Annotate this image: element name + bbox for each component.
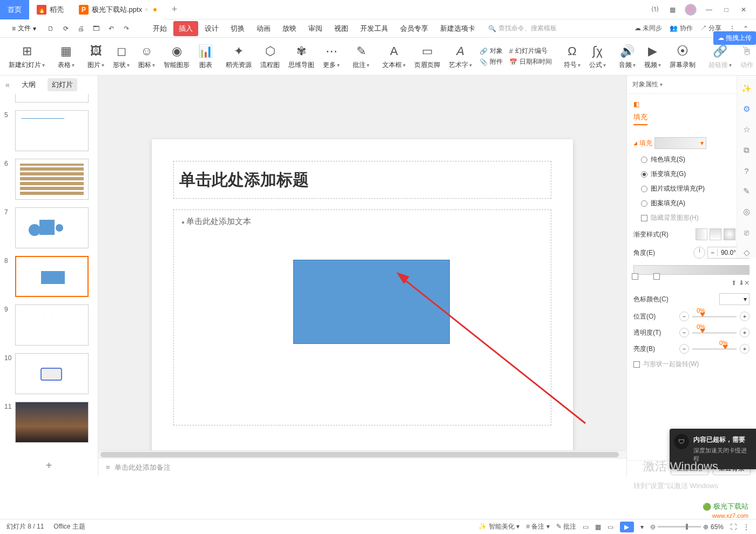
- rb-shape[interactable]: ◻形状: [109, 39, 134, 75]
- slide-thumb-10[interactable]: [15, 353, 89, 394]
- tab-home[interactable]: 首页: [0, 0, 29, 19]
- tab-custom[interactable]: 新建选项卡: [435, 21, 481, 36]
- pos-inc[interactable]: +: [740, 312, 750, 321]
- rb-picture[interactable]: 🖼图片: [83, 39, 109, 75]
- bri-inc[interactable]: +: [740, 344, 750, 354]
- tab-docer[interactable]: 🔥 稻壳: [29, 0, 71, 19]
- file-menu[interactable]: ≡ 文件 ▾: [8, 24, 40, 33]
- notes-toggle[interactable]: ≡ 备注 ▾: [526, 522, 550, 531]
- rb-equation[interactable]: ʃχ公式: [585, 39, 610, 75]
- fit-screen-icon[interactable]: ⛶: [730, 523, 737, 531]
- ts-props-icon[interactable]: ⚙: [741, 104, 752, 114]
- fill-bucket-icon[interactable]: ◧: [633, 100, 639, 108]
- grad-add-stop-icon[interactable]: ⬆: [731, 279, 737, 287]
- rb-flowchart[interactable]: ⬡流程图: [256, 39, 284, 75]
- command-search[interactable]: 🔍 查找命令、搜索模板: [488, 24, 557, 33]
- maximize-button[interactable]: □: [721, 5, 731, 15]
- coop-button[interactable]: 👥 协作: [670, 24, 692, 33]
- grad-del-stop-icon[interactable]: ⬇✕: [739, 279, 750, 287]
- slides-tab[interactable]: 幻灯片: [48, 78, 77, 91]
- tab-slideshow[interactable]: 放映: [277, 21, 302, 36]
- rb-slideno[interactable]: #幻灯片编号: [509, 46, 552, 56]
- slide-thumb-7[interactable]: [15, 207, 89, 248]
- qat-redo-icon[interactable]: ↷: [122, 25, 131, 32]
- horizontal-scrollbar[interactable]: [98, 450, 626, 458]
- tab-start[interactable]: 开始: [147, 21, 172, 36]
- rb-record[interactable]: ⦿屏幕录制: [665, 39, 700, 75]
- thumbnails-list[interactable]: 5 6 7 8 9···· 10 11: [0, 94, 98, 455]
- rb-audio[interactable]: 🔊音频: [615, 39, 640, 75]
- add-slide-button[interactable]: +: [0, 455, 98, 476]
- slide-thumb-11[interactable]: [15, 402, 89, 443]
- stop-color-select[interactable]: ▾: [719, 293, 750, 305]
- tab-file[interactable]: P 极光下载站.pptx ▫: [71, 0, 164, 19]
- drag-upload-button[interactable]: ☁ 拖拽上传: [713, 31, 756, 45]
- comments-toggle[interactable]: ✎ 批注: [556, 522, 576, 531]
- tab-animation[interactable]: 动画: [251, 21, 276, 36]
- layout-btn-icon[interactable]: ⑴: [650, 5, 660, 15]
- tab-insert[interactable]: 插入: [173, 21, 198, 36]
- slideshow-dd-icon[interactable]: ▾: [640, 523, 644, 531]
- file-dropdown-icon[interactable]: ▫: [145, 5, 148, 13]
- slideshow-button[interactable]: ▶: [620, 522, 634, 532]
- view-reading-icon[interactable]: ▭: [608, 523, 613, 531]
- zoom-control[interactable]: ⊖ ⊕ 65%: [650, 523, 724, 531]
- qat-saveas-icon[interactable]: ⟳: [61, 25, 71, 32]
- zoom-slider[interactable]: [658, 526, 701, 528]
- ts-help-icon[interactable]: ?: [741, 165, 752, 176]
- rb-date[interactable]: 📅日期和时间: [509, 57, 552, 66]
- ts-design-icon[interactable]: ✨: [741, 83, 752, 94]
- tab-developer[interactable]: 开发工具: [355, 21, 394, 36]
- smart-beautify[interactable]: ✨ 智能美化 ▾: [478, 522, 519, 531]
- title-placeholder[interactable]: 单击此处添加标题: [173, 161, 551, 199]
- view-sorter-icon[interactable]: ▦: [595, 523, 601, 531]
- ts-edit-icon[interactable]: ✎: [741, 186, 752, 197]
- slide-thumb-5[interactable]: [15, 110, 89, 151]
- rb-headerfooter[interactable]: ▭页眉页脚: [410, 39, 444, 75]
- outline-tab[interactable]: 大纲: [17, 78, 40, 91]
- rb-mindmap[interactable]: ✾思维导图: [284, 39, 319, 75]
- tab-vip[interactable]: 会员专享: [395, 21, 434, 36]
- rb-object[interactable]: 🔗对象: [480, 46, 503, 56]
- slide-thumb-9[interactable]: ····: [15, 305, 89, 346]
- minimize-button[interactable]: —: [704, 5, 714, 15]
- radio-gradient[interactable]: 渐变填充(G): [633, 167, 750, 181]
- radio-picture[interactable]: 图片或纹理填充(P): [633, 181, 750, 196]
- fill-tab[interactable]: 填充: [633, 112, 647, 125]
- slide-thumb-8[interactable]: [15, 256, 89, 297]
- qat-print-icon[interactable]: 🖨: [76, 25, 86, 32]
- props-title[interactable]: 对象属性: [632, 80, 663, 89]
- slide-thumb-6[interactable]: [15, 159, 89, 200]
- rb-wordart[interactable]: A艺术字: [444, 39, 476, 75]
- rb-chart[interactable]: 📊图表: [194, 39, 217, 75]
- pos-dec[interactable]: −: [679, 312, 689, 321]
- tab-transition[interactable]: 切换: [225, 21, 250, 36]
- ts-diamond-icon[interactable]: ◇: [741, 247, 752, 258]
- radio-solid[interactable]: 纯色填充(S): [633, 152, 750, 167]
- tab-view[interactable]: 视图: [329, 21, 354, 36]
- bri-slider[interactable]: 0%: [692, 348, 737, 350]
- rb-table[interactable]: ▦表格: [53, 39, 79, 75]
- qat-undo-icon[interactable]: ↶: [106, 25, 116, 32]
- qat-preview-icon[interactable]: 🗔: [91, 25, 101, 32]
- rb-docer-res[interactable]: ✦稻壳资源: [221, 39, 256, 75]
- sync-button[interactable]: ☁ 未同步: [634, 24, 662, 33]
- radio-pattern[interactable]: 图案填充(A): [633, 196, 750, 211]
- rb-comment[interactable]: ✎批注: [348, 39, 374, 75]
- tab-design[interactable]: 设计: [199, 21, 224, 36]
- gradient-bar[interactable]: [633, 265, 750, 275]
- ts-layers-icon[interactable]: ⧉: [741, 145, 752, 156]
- tab-add-button[interactable]: +: [164, 4, 185, 15]
- ts-star-icon[interactable]: ☆: [741, 124, 752, 135]
- statusbar-more-icon[interactable]: ⋮: [743, 523, 750, 531]
- bri-dec[interactable]: −: [679, 344, 689, 354]
- ts-screen-icon[interactable]: ⎚: [741, 227, 752, 238]
- slide-thumb-4[interactable]: [15, 94, 89, 103]
- user-avatar[interactable]: [685, 4, 697, 16]
- view-normal-icon[interactable]: ▭: [583, 523, 589, 531]
- rb-more[interactable]: ⋯更多: [319, 39, 344, 75]
- rotate-with-shape[interactable]: 与形状一起旋转(W): [633, 357, 750, 371]
- fill-preset-select[interactable]: ▾: [654, 137, 706, 149]
- rb-textbox[interactable]: A文本框: [378, 39, 410, 75]
- close-button[interactable]: ✕: [739, 5, 748, 15]
